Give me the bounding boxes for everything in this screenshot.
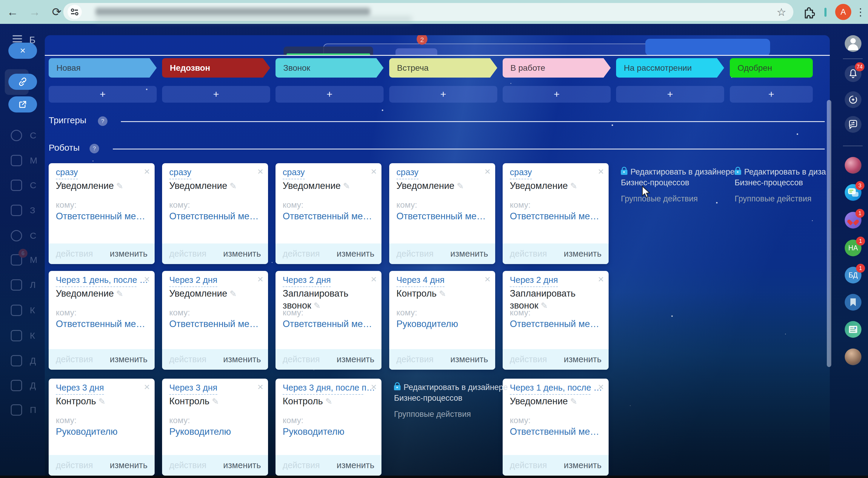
copy-link-button[interactable] — [8, 74, 37, 90]
robot-close-icon[interactable]: × — [144, 381, 150, 393]
edit-pencil-icon[interactable]: ✎ — [311, 301, 320, 310]
site-settings-icon[interactable] — [67, 5, 82, 19]
browser-profile-avatar[interactable]: A — [835, 4, 851, 20]
sidebar-item-4[interactable]: З — [0, 202, 45, 220]
browser-refresh-button[interactable]: ⟳ — [49, 4, 65, 20]
robot-recipient-link[interactable]: Руководителю — [283, 426, 344, 437]
add-robot-button-col4[interactable]: + — [389, 86, 497, 103]
edit-in-designer-link[interactable]: Редактировать в дизайнере — [621, 166, 740, 177]
group-actions-link[interactable]: Групповые действия — [621, 193, 698, 204]
stage-5[interactable]: В работе — [503, 58, 611, 77]
robot-when-link[interactable]: сразу — [169, 167, 191, 179]
contact-avatar-photo[interactable] — [845, 349, 862, 365]
browser-forward-button[interactable]: → — [26, 4, 43, 20]
robot-close-icon[interactable]: × — [485, 166, 490, 177]
robot-edit-button[interactable]: изменить — [110, 455, 148, 476]
robot-recipient-link[interactable]: Ответственный ме… — [56, 319, 145, 329]
add-robot-button-col5[interactable]: + — [503, 86, 611, 103]
copilot-button[interactable] — [845, 91, 862, 108]
edit-pencil-icon[interactable]: ✎ — [341, 182, 350, 191]
robot-when-link[interactable]: Через 3 дня — [56, 383, 104, 395]
robot-recipient-link[interactable]: Ответственный ме… — [169, 319, 259, 329]
robot-when-link[interactable]: Через 1 день, после … — [56, 275, 136, 287]
group-actions-link[interactable]: Групповые действия — [735, 193, 812, 204]
edit-pencil-icon[interactable]: ✎ — [114, 182, 123, 191]
robot-actions-button[interactable]: действия — [283, 349, 320, 370]
address-bar[interactable]: ☆ — [63, 3, 794, 21]
contact-avatar-flowers[interactable] — [845, 157, 862, 174]
add-robot-button-col3[interactable]: + — [276, 86, 383, 103]
robot-close-icon[interactable]: × — [598, 273, 604, 285]
news-button[interactable] — [845, 321, 862, 338]
add-robot-button-col2[interactable]: + — [162, 86, 270, 103]
add-robot-button-col7[interactable]: + — [730, 86, 813, 103]
robot-edit-button[interactable]: изменить — [223, 349, 261, 370]
add-robot-button-col6[interactable]: + — [616, 86, 724, 103]
sidebar-item-5[interactable]: С — [0, 227, 45, 245]
robot-close-icon[interactable]: × — [371, 166, 377, 177]
robot-close-icon[interactable]: × — [144, 166, 150, 177]
robot-edit-button[interactable]: изменить — [223, 244, 261, 264]
add-robot-button-col1[interactable]: + — [49, 86, 157, 103]
edit-in-designer-link-line2[interactable]: Бизнес-процессов — [621, 177, 740, 188]
extensions-icon[interactable] — [802, 6, 815, 20]
messenger-button[interactable]: 3 — [845, 184, 862, 201]
robot-when-link[interactable]: Через 2 дня — [169, 275, 217, 287]
robot-when-link[interactable]: Через 2 дня — [283, 275, 331, 287]
robot-when-link[interactable]: сразу — [56, 167, 78, 179]
notifications-button[interactable]: 74 — [845, 65, 862, 82]
edit-pencil-icon[interactable]: ✎ — [210, 397, 219, 406]
contact-avatar-heart[interactable]: 1 — [845, 212, 862, 228]
robots-help-icon[interactable]: ? — [90, 144, 99, 153]
robot-actions-button[interactable]: действия — [169, 455, 206, 476]
robot-close-icon[interactable]: × — [598, 166, 604, 177]
robot-edit-button[interactable]: изменить — [110, 244, 148, 264]
stage-6[interactable]: На рассмотрении — [616, 58, 724, 77]
edit-in-designer-link-line2[interactable]: Бизнес-процессов — [394, 393, 514, 404]
stage-4[interactable]: Встреча — [389, 58, 497, 77]
sidebar-item-2[interactable]: М — [0, 152, 45, 170]
edit-pencil-icon[interactable]: ✎ — [96, 397, 105, 406]
robot-edit-button[interactable]: изменить — [564, 455, 601, 476]
robot-recipient-link[interactable]: Руководителю — [169, 426, 231, 437]
robot-edit-button[interactable]: изменить — [337, 349, 374, 370]
sidebar-item-3[interactable]: С — [0, 177, 45, 195]
robot-recipient-link[interactable]: Руководителю — [396, 319, 458, 329]
sidebar-item-11[interactable]: Д — [0, 377, 45, 395]
robot-when-link[interactable]: сразу — [283, 167, 305, 179]
robot-edit-button[interactable]: изменить — [223, 455, 261, 476]
robot-actions-button[interactable]: действия — [510, 244, 547, 264]
group-actions-link[interactable]: Групповые действия — [394, 409, 471, 419]
edit-pencil-icon[interactable]: ✎ — [323, 397, 332, 406]
robot-actions-button[interactable]: действия — [396, 244, 433, 264]
robot-recipient-link[interactable]: Ответственный ме… — [283, 319, 372, 329]
robot-close-icon[interactable]: × — [485, 273, 490, 285]
robot-actions-button[interactable]: действия — [169, 244, 206, 264]
edit-pencil-icon[interactable]: ✎ — [227, 182, 237, 191]
robot-recipient-link[interactable]: Ответственный ме… — [510, 211, 599, 222]
robot-close-icon[interactable]: × — [371, 381, 377, 393]
robot-edit-button[interactable]: изменить — [337, 244, 374, 264]
robot-when-link[interactable]: сразу — [510, 167, 532, 179]
stage-2[interactable]: Недозвон — [162, 58, 270, 77]
edit-pencil-icon[interactable]: ✎ — [227, 289, 237, 298]
robot-recipient-link[interactable]: Ответственный ме… — [510, 426, 599, 437]
stage-1[interactable]: Новая — [49, 58, 157, 77]
sidebar-item-6[interactable]: М6 — [0, 251, 45, 269]
triggers-help-icon[interactable]: ? — [98, 116, 107, 126]
stage-7[interactable]: Одобрен — [730, 58, 813, 77]
robot-recipient-link[interactable]: Ответственный ме… — [169, 211, 259, 222]
edit-pencil-icon[interactable]: ✎ — [538, 301, 548, 310]
robot-actions-button[interactable]: действия — [510, 455, 547, 476]
robot-edit-button[interactable]: изменить — [451, 349, 488, 370]
sidebar-item-12[interactable]: П — [0, 401, 45, 419]
robot-actions-button[interactable]: действия — [283, 244, 320, 264]
robot-actions-button[interactable]: действия — [396, 349, 433, 370]
robot-edit-button[interactable]: изменить — [337, 455, 374, 476]
robot-when-link[interactable]: Через 3 дня — [169, 383, 217, 395]
profile-avatar[interactable] — [845, 35, 862, 52]
robot-close-icon[interactable]: × — [257, 166, 263, 177]
bookmarks-button[interactable] — [845, 294, 862, 311]
robot-actions-button[interactable]: действия — [56, 349, 93, 370]
close-slider-button[interactable]: × — [8, 43, 37, 59]
